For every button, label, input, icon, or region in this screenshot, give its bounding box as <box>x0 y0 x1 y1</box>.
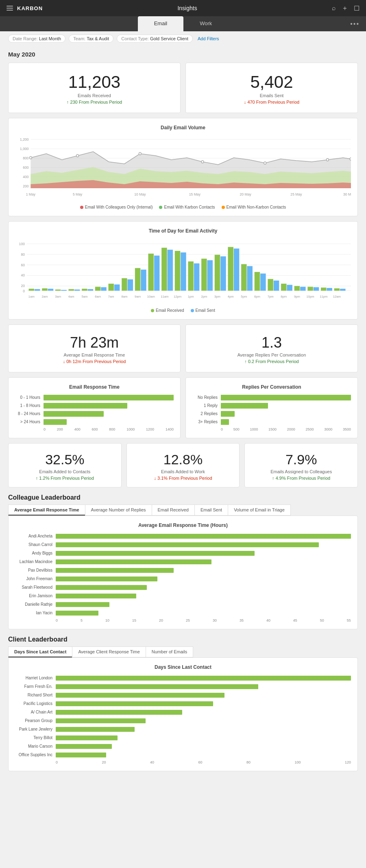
x-axis: 0200400600800100012001400 <box>15 427 174 431</box>
client-bar-fill <box>56 744 112 749</box>
svg-rect-68 <box>228 247 233 291</box>
client-name: Pearson Group <box>15 718 56 723</box>
hamburger-icon[interactable] <box>7 6 13 11</box>
colleague-subtab-2[interactable]: Email Received <box>152 505 195 516</box>
svg-text:7pm: 7pm <box>268 295 274 298</box>
emails-received-change: 230 From Previous Period <box>15 100 174 104</box>
client-x-axis: 020406080100120 <box>15 760 351 764</box>
time-of-day-svg: 100 80 60 40 20 0 <box>15 239 351 304</box>
svg-rect-52 <box>122 278 127 291</box>
colleague-name: Ian Yacin <box>15 611 56 615</box>
client-bar-row: Farm Fresh En. <box>15 683 351 690</box>
colleague-subtab-1[interactable]: Average Number of Replies <box>85 505 152 516</box>
colleague-name: Sarah Fleetwood <box>15 585 56 590</box>
client-bar-fill <box>56 753 106 757</box>
svg-rect-62 <box>188 261 193 291</box>
svg-point-18 <box>350 158 351 160</box>
search-icon[interactable]: ⌕ <box>332 4 336 12</box>
period-title: May 2020 <box>8 51 358 58</box>
client-subtab-1[interactable]: Average Client Response Time <box>72 646 146 657</box>
svg-text:5pm: 5pm <box>241 295 247 298</box>
client-leaderboard-title: Client Leaderboard <box>8 636 358 643</box>
client-bar-track <box>56 693 351 698</box>
svg-text:2pm: 2pm <box>201 295 207 298</box>
contact-type-filter[interactable]: Contact Type: Gold Service Client <box>117 35 193 43</box>
arrow-up-icon-2 <box>244 359 248 364</box>
colleague-bar-track <box>56 568 351 573</box>
team-value: Tax & Audit <box>87 36 109 41</box>
bar-label: 1 Reply <box>192 403 221 408</box>
svg-text:10 May: 10 May <box>134 192 146 196</box>
svg-rect-67 <box>220 257 226 291</box>
svg-rect-38 <box>29 289 34 291</box>
colleague-subtab-0[interactable]: Average Email Response Time <box>8 505 85 516</box>
colleague-bar-track <box>56 611 351 616</box>
legend-internal-dot <box>80 206 83 209</box>
svg-text:400: 400 <box>23 175 29 179</box>
client-bar-track <box>56 727 351 732</box>
date-range-label: Date Range: <box>13 36 38 41</box>
email-response-bars: 0 - 1 Hours 1 - 8 Hours 8 - 24 Hours > 2… <box>15 395 174 431</box>
svg-text:7am: 7am <box>108 295 114 298</box>
svg-rect-55 <box>141 270 146 291</box>
svg-rect-39 <box>35 289 40 291</box>
colleague-name: Pax Devilbiss <box>15 568 56 572</box>
emails-sent-label: Emails Sent <box>192 93 351 98</box>
client-bar-track <box>56 701 351 706</box>
bar-fill <box>221 411 235 417</box>
client-bar-fill <box>56 676 351 681</box>
colleague-subtab-4[interactable]: Volume of Email in Triage <box>228 505 291 516</box>
bar-fill <box>221 403 268 409</box>
legend-karbon: Email With Karbon Contacts <box>159 205 215 209</box>
bar-row: 3+ Replies <box>192 419 351 425</box>
time-of-day-chart-area: 100 80 60 40 20 0 <box>15 239 351 305</box>
colleague-name: John Freeman <box>15 576 56 581</box>
add-filters-button[interactable]: Add Filters <box>198 36 219 41</box>
bar-fill <box>221 395 351 400</box>
client-bar-track <box>56 676 351 681</box>
pct-work-card: 12.8% Emails Added to Work 3.1% From Pre… <box>126 443 240 487</box>
tab-work[interactable]: Work <box>183 16 228 31</box>
time-of-day-legend: Email Received Email Sent <box>15 308 351 313</box>
svg-rect-40 <box>42 288 47 291</box>
svg-text:5am: 5am <box>81 295 87 298</box>
main-content: May 2020 11,203 Emails Received 230 From… <box>0 46 366 781</box>
bar-fill <box>44 395 174 400</box>
replies-per-conv-bars-title: Replies Per Conversation <box>192 384 351 390</box>
notes-icon[interactable]: ☐ <box>354 4 359 12</box>
client-bar-fill <box>56 710 182 715</box>
colleague-bar-row: Lachlan Macindoe <box>15 559 351 565</box>
colleague-bar-track <box>56 534 351 539</box>
arrow-down-icon-2 <box>63 359 67 364</box>
colleague-leaderboard-section: Colleague Leaderboard Average Email Resp… <box>8 494 358 629</box>
client-subtab-0[interactable]: Days Since Last Contact <box>8 646 72 657</box>
svg-text:4pm: 4pm <box>228 295 234 298</box>
svg-text:800: 800 <box>23 156 29 160</box>
team-filter[interactable]: Team: Tax & Audit <box>69 35 113 43</box>
x-axis: 0500100015002000250030003500 <box>192 427 351 431</box>
colleague-subtab-3[interactable]: Email Sent <box>194 505 228 516</box>
tab-email[interactable]: Email <box>138 16 184 31</box>
client-bar-track <box>56 710 351 715</box>
colleague-leaderboard-card: Average Email Response Time (Hours) Andi… <box>8 516 358 629</box>
svg-text:10pm: 10pm <box>307 295 314 298</box>
bar-fill <box>44 403 127 409</box>
client-bar-row: Mario Carson <box>15 743 351 750</box>
colleague-bar-fill <box>56 542 319 547</box>
date-range-filter[interactable]: Date Range: Last Month <box>8 35 65 43</box>
client-chart-title: Days Since Last Contact <box>15 664 351 670</box>
client-name: Park Lane Jewlery <box>15 727 56 731</box>
svg-rect-42 <box>55 289 61 291</box>
colleague-name: Danielle Rathje <box>15 602 56 607</box>
svg-rect-65 <box>207 260 213 291</box>
svg-rect-84 <box>334 288 340 291</box>
response-time-label: Average Email Response Time <box>15 352 174 357</box>
bar-track <box>44 403 174 409</box>
colleague-bar-fill <box>56 594 136 598</box>
add-icon[interactable]: ＋ <box>342 4 348 13</box>
client-bar-row: Pearson Group <box>15 718 351 724</box>
client-bar-track <box>56 735 351 740</box>
more-options[interactable]: ••• <box>350 20 359 28</box>
svg-rect-77 <box>287 285 292 291</box>
client-subtab-2[interactable]: Number of Emails <box>146 646 193 657</box>
